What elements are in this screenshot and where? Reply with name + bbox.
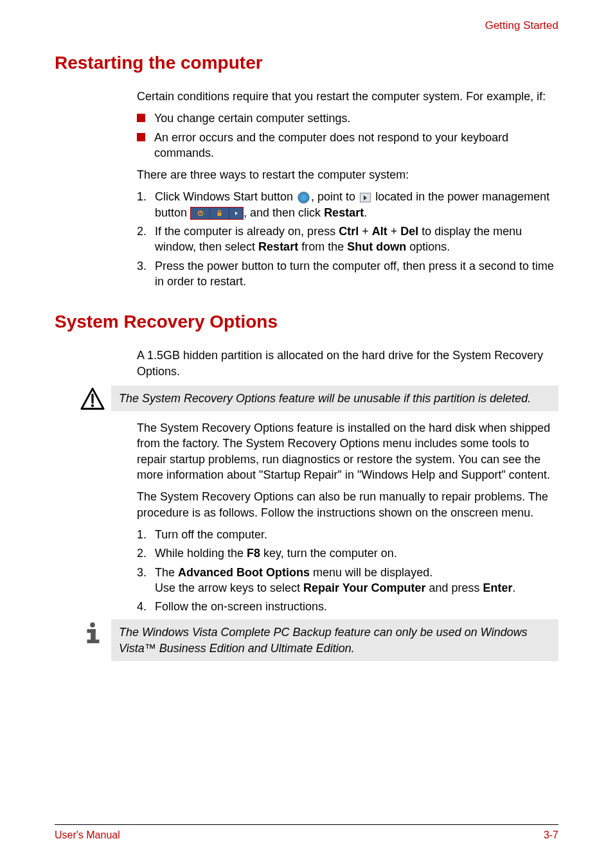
power-management-button-icon [190, 207, 244, 220]
svg-rect-2 [218, 213, 222, 216]
step-number: 1. [137, 189, 155, 204]
info-callout-row: The Windows Vista Complete PC Backup fea… [55, 619, 558, 670]
step-text: Follow the on-screen instructions. [155, 599, 558, 614]
footer-right: 3-7 [544, 829, 558, 841]
info-callout: The Windows Vista Complete PC Backup fea… [111, 619, 558, 661]
step-text: Click Windows Start button , point to lo… [155, 189, 558, 220]
heading-recovery: System Recovery Options [55, 312, 558, 332]
arrow-icon [229, 208, 243, 219]
info-text: The Windows Vista Complete PC Backup fea… [119, 624, 551, 656]
step-number: 2. [137, 545, 155, 561]
footer-left: User's Manual [55, 829, 120, 841]
power-icon [191, 208, 210, 219]
warning-callout-row: The System Recovery Options feature will… [55, 385, 558, 420]
restart-steps: 1. Click Windows Start button , point to… [137, 189, 558, 289]
step-number: 3. [137, 565, 155, 580]
svg-rect-10 [87, 640, 99, 644]
info-icon-col [55, 619, 100, 648]
step-text: The Advanced Boot Options menu will be d… [155, 565, 558, 596]
restarting-content: Certain conditions require that you rest… [137, 89, 558, 289]
list-item: 2. If the computer is already on, press … [137, 224, 558, 255]
step-number: 1. [137, 527, 155, 542]
warning-text: The System Recovery Options feature will… [119, 391, 551, 406]
arrow-small-icon [360, 193, 371, 202]
step-text: Press the power button to turn the compu… [155, 258, 558, 290]
recovery-steps: 1. Turn off the computer. 2. While holdi… [137, 527, 558, 614]
restart-intro: Certain conditions require that you rest… [137, 89, 558, 104]
bullet-icon [137, 133, 145, 141]
bullet-icon [137, 114, 145, 122]
svg-point-7 [90, 623, 95, 628]
svg-point-6 [91, 404, 94, 407]
recovery-intro-block: A 1.5GB hidden partition is allocated on… [137, 348, 558, 379]
page-header-section: Getting Started [55, 19, 558, 32]
restart-three-ways: There are three ways to restart the comp… [137, 167, 558, 182]
list-item: You change certain computer settings. [137, 111, 558, 126]
list-item: An error occurs and the computer does no… [137, 130, 558, 161]
recovery-intro: A 1.5GB hidden partition is allocated on… [137, 348, 558, 379]
bullet-text: You change certain computer settings. [154, 111, 558, 126]
svg-marker-3 [235, 211, 238, 215]
step-text: If the computer is already on, press Ctr… [155, 224, 558, 255]
warning-icon-col [55, 385, 100, 414]
list-item: 4. Follow the on-screen instructions. [137, 599, 558, 614]
warning-callout: The System Recovery Options feature will… [111, 385, 558, 411]
list-item: 1. Turn off the computer. [137, 527, 558, 542]
list-item: 3. Press the power button to turn the co… [137, 258, 558, 290]
heading-restarting: Restarting the computer [55, 53, 558, 73]
list-item: 2. While holding the F8 key, turn the co… [137, 545, 558, 561]
list-item: 1. Click Windows Start button , point to… [137, 189, 558, 220]
bullet-text: An error occurs and the computer does no… [154, 130, 558, 161]
windows-start-icon [298, 191, 310, 204]
step-number: 3. [137, 258, 155, 274]
recovery-p1: The System Recovery Options feature is i… [137, 420, 558, 483]
list-item: 3. The Advanced Boot Options menu will b… [137, 565, 558, 596]
lock-icon [210, 208, 229, 219]
recovery-body: The System Recovery Options feature is i… [137, 420, 558, 614]
step-text: While holding the F8 key, turn the compu… [155, 545, 558, 561]
info-icon [80, 621, 105, 648]
recovery-p2: The System Recovery Options can also be … [137, 489, 558, 520]
step-number: 4. [137, 599, 155, 614]
restart-bullets: You change certain computer settings. An… [137, 111, 558, 161]
page-footer: User's Manual 3-7 [55, 824, 558, 841]
step-number: 2. [137, 224, 155, 239]
step-text: Turn off the computer. [155, 527, 558, 542]
warning-icon [80, 387, 105, 414]
